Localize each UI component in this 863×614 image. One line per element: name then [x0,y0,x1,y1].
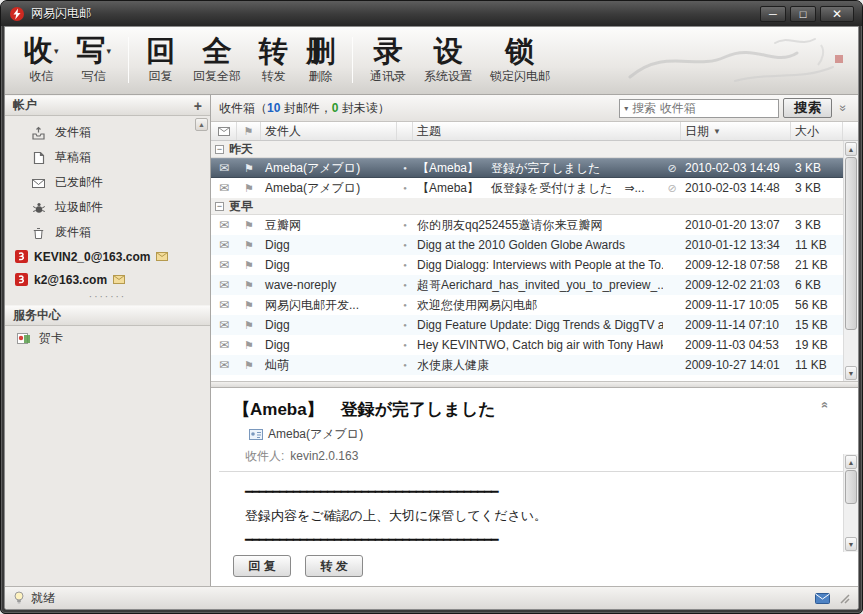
column-attachment[interactable] [211,122,237,140]
contact-card-icon [249,429,263,440]
collapse-icon[interactable]: − [215,202,224,211]
preview-collapse-chevrons-icon[interactable]: » [818,402,832,409]
group-header-earlier[interactable]: −更早 [211,198,843,215]
lock-icon: 锁 [506,35,535,67]
outbox-icon [31,126,46,140]
write-mail-button[interactable]: 写▾ 写信 [68,32,121,87]
mail-row[interactable]: ✉ ⚑ 网易闪电邮开发... ● 欢迎您使用网易闪电邮 2009-11-17 1… [211,295,843,315]
flag-icon[interactable]: ⚑ [237,255,261,275]
search-expand-chevrons-icon[interactable]: » [836,101,850,115]
flag-icon[interactable]: ⚑ [237,335,261,355]
sidebar-item-sent[interactable]: 已发邮件 [5,170,210,195]
search-input[interactable] [632,101,774,115]
mail-row[interactable]: ✉ ⚑ 豆瓣网 ● 你的朋友qq252455邀请你来豆瓣网 2010-01-20… [211,215,843,235]
mail-row[interactable]: ✉ ⚑ wave-noreply ● 超哥Aerichard_has_invit… [211,275,843,295]
status-dot-icon: ● [397,235,413,255]
reply-all-button[interactable]: 全 回复全部 [184,33,250,87]
reply-quick-button[interactable]: 回 复 [233,555,291,577]
service-section-header[interactable]: 服务中心 [5,305,210,326]
flag-icon[interactable]: ⚑ [237,315,261,335]
sidebar-account-k2[interactable]: k2@163.com [5,268,210,291]
mail-notifier-icon[interactable] [815,593,830,604]
contacts-button[interactable]: 录 通讯录 [361,33,415,87]
column-subject[interactable]: 主题 [413,122,681,140]
contacts-icon: 录 [374,35,403,67]
mail-row[interactable]: ✉ ⚑ Ameba(アメブロ) ● 【Ameba】 仮登録を受付けました ⇒..… [211,178,843,198]
sidebar-item-junk[interactable]: 垃圾邮件 [5,195,210,220]
titlebar[interactable]: 网易闪电邮 ─ □ ✕ [1,1,862,26]
preview-sender-chip[interactable]: Ameba(アメブロ) [245,425,367,444]
trash-icon [31,226,46,240]
envelope-icon: ✉ [211,178,237,198]
greeting-card-icon [17,332,31,345]
envelope-icon: ✉ [211,235,237,255]
mailbox-header: 收件箱（10 封邮件，0 封未读） ▾ 搜索 » [211,95,858,122]
receive-icon: 收 [24,33,53,67]
flag-icon[interactable]: ⚑ [237,275,261,295]
search-scope-caret-icon[interactable]: ▾ [624,104,628,113]
toolbar-separator [352,37,353,83]
resize-grip[interactable] [838,592,850,604]
scroll-up-button[interactable]: ▲ [845,142,857,156]
junk-bug-icon [31,201,46,215]
mail-row[interactable]: ✉ ⚑ 灿萌 ● 水使康人健康 2009-10-27 14:01 11 KB [211,355,843,375]
sort-desc-icon: ▼ [713,127,721,136]
receive-mail-button[interactable]: 收▾ 收信 [15,32,68,87]
list-scrollbar[interactable]: ▲ ▼ [843,141,858,381]
reply-button[interactable]: 回 回复 [137,33,184,87]
mail-row[interactable]: ✉ ⚑ Ameba(アメブロ) ● 【Ameba】 登録が完了しました ⊘ 20… [211,158,843,178]
group-header-yesterday[interactable]: −昨天 [211,141,843,158]
sidebar-item-greeting-card[interactable]: 贺卡 [5,326,210,351]
sidebar-account-kevin2[interactable]: KEVIN2_0@163.com [5,245,210,268]
collapse-icon[interactable]: − [215,145,224,154]
total-count: 10 [267,101,280,115]
status-dot-icon: ● [397,275,413,295]
flag-icon[interactable]: ⚑ [237,178,261,198]
preview-recipient: 收件人:kevin2.0.163 [245,447,836,471]
forward-button[interactable]: 转 转发 [250,33,297,87]
lock-app-button[interactable]: 锁 锁定闪电邮 [481,33,559,87]
scroll-down-button[interactable]: ▼ [845,537,857,551]
flag-icon[interactable]: ⚑ [237,295,261,315]
delete-button[interactable]: 删 删除 [297,33,344,87]
preview-body: ━━━━━━━━━━━━━━━━━━━━━━━━━━━━━━━━━━━━━ 登録… [211,472,858,552]
status-dot-icon: ● [397,159,413,177]
sidebar-item-trash[interactable]: 废件箱 [5,220,210,245]
column-flag[interactable]: ⚑ [237,122,261,140]
flag-icon[interactable]: ⚑ [237,159,261,177]
preview-subject: 【Ameba】 登録が完了しました » [211,388,858,425]
sidebar-splitter-grip[interactable]: ······· [5,293,210,305]
scroll-up-button[interactable]: ▲ [845,455,857,469]
column-size[interactable]: 大小 [791,122,843,140]
sidebar-item-outbox[interactable]: 发件箱 [5,120,210,145]
column-date[interactable]: 日期▼ [681,122,791,140]
list-preview-splitter[interactable] [211,381,858,388]
column-status[interactable] [397,122,413,140]
main-toolbar: 收▾ 收信 写▾ 写信 回 回复 全 回复全部 转 转发 删 删除 [5,27,858,95]
mail-row[interactable]: ✉ ⚑ Digg ● Hey KEVINTWO, Catch big air w… [211,335,843,355]
maximize-button[interactable]: □ [790,6,816,22]
minimize-button[interactable]: ─ [760,6,786,22]
scrollbar-thumb[interactable] [845,157,857,330]
settings-button[interactable]: 设 系统设置 [415,33,481,87]
preview-scrollbar[interactable]: ▲ ▼ [843,454,858,552]
search-box[interactable]: ▾ [619,99,779,118]
search-button[interactable]: 搜索 [783,98,832,118]
mail-row[interactable]: ✉ ⚑ Digg ● Digg Dialogg: Interviews with… [211,255,843,275]
forward-quick-button[interactable]: 转 发 [305,555,363,577]
sidebar-scroll-up-button[interactable]: ▲ [195,118,208,131]
flag-icon[interactable]: ⚑ [237,355,261,375]
scrollbar-thumb[interactable] [845,470,857,504]
sidebar-item-drafts[interactable]: 草稿箱 [5,145,210,170]
flag-icon[interactable]: ⚑ [237,235,261,255]
accounts-section-header[interactable]: 帐户 + [5,95,210,116]
status-dot-icon: ● [397,178,413,198]
add-account-button[interactable]: + [194,99,202,113]
mail-row[interactable]: ✉ ⚑ Digg ● Digg Feature Update: Digg Tre… [211,315,843,335]
scroll-down-button[interactable]: ▼ [845,366,857,380]
preview-pane: 【Ameba】 登録が完了しました » Ameba(アメブロ) 收件人:kevi… [211,388,858,586]
close-button[interactable]: ✕ [820,6,854,22]
mail-row[interactable]: ✉ ⚑ Digg ● Digg at the 2010 Golden Globe… [211,235,843,255]
column-sender[interactable]: 发件人 [261,122,397,140]
flag-icon[interactable]: ⚑ [237,215,261,235]
